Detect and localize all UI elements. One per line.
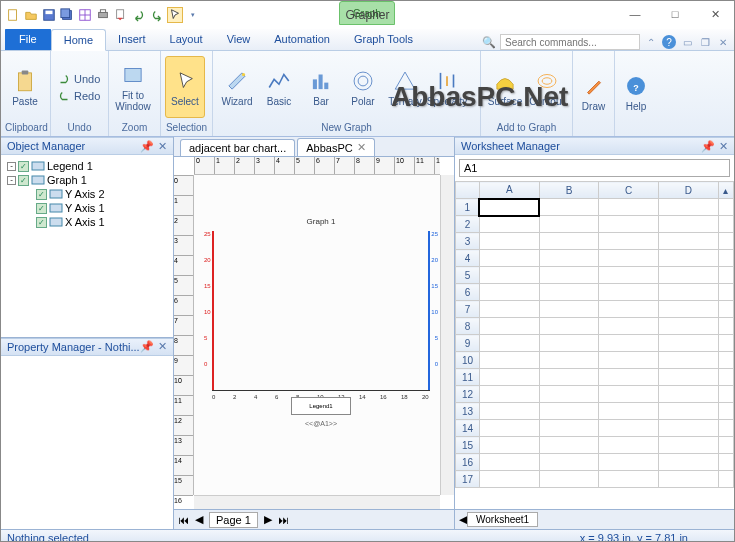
- wizard-button[interactable]: Wizard: [217, 56, 257, 118]
- fit-window-button[interactable]: Fit to Window: [113, 56, 153, 118]
- window-close-icon[interactable]: ✕: [716, 35, 730, 49]
- tree-item[interactable]: -Graph 1: [3, 173, 171, 187]
- tab-view[interactable]: View: [215, 28, 263, 50]
- tab-layout[interactable]: Layout: [158, 28, 215, 50]
- tree-item[interactable]: Y Axis 1: [3, 201, 171, 215]
- expand-icon[interactable]: ⌃: [644, 35, 658, 49]
- svg-rect-15: [313, 79, 317, 89]
- doc-tab-abbaspc[interactable]: AbbasPC✕: [297, 138, 374, 156]
- svg-rect-28: [32, 176, 44, 184]
- bar-button[interactable]: Bar: [301, 56, 341, 118]
- help-button[interactable]: ?Help: [619, 62, 653, 124]
- x-axis-label: <<@A1>>: [208, 420, 434, 427]
- pin-icon[interactable]: 📌: [140, 340, 154, 353]
- close-panel-icon[interactable]: ✕: [158, 340, 167, 353]
- page-nav-first-icon[interactable]: ⏮: [178, 514, 189, 526]
- tab-home[interactable]: Home: [51, 29, 106, 51]
- group-newgraph-label: New Graph: [217, 121, 476, 134]
- minimize-button[interactable]: —: [622, 5, 648, 23]
- pin-icon[interactable]: 📌: [701, 140, 715, 153]
- tab-graphtools[interactable]: Graph Tools: [342, 28, 425, 50]
- status-coords: x = 9.93 in, y = 7.81 in: [580, 532, 688, 543]
- svg-rect-12: [22, 70, 29, 74]
- surface-button[interactable]: Surface: [485, 56, 525, 118]
- ws-nav-prev-icon[interactable]: ◀: [459, 513, 467, 526]
- export-icon[interactable]: [113, 7, 129, 23]
- tree-item[interactable]: -Legend 1: [3, 159, 171, 173]
- file-tab[interactable]: File: [5, 28, 51, 50]
- qat-more-icon[interactable]: ▾: [185, 7, 201, 23]
- y-axis-2[interactable]: 2520151050: [426, 231, 430, 391]
- window-min-icon[interactable]: ▭: [680, 35, 694, 49]
- grid-icon[interactable]: [77, 7, 93, 23]
- left-column: Object Manager 📌✕ -Legend 1-Graph 1Y Axi…: [1, 137, 174, 529]
- close-panel-icon[interactable]: ✕: [158, 140, 167, 153]
- tab-automation[interactable]: Automation: [262, 28, 342, 50]
- group-zoom-label: Zoom: [113, 121, 156, 134]
- page-nav-prev-icon[interactable]: ◀: [195, 513, 203, 526]
- draw-button[interactable]: Draw: [577, 62, 610, 124]
- main-area: Object Manager 📌✕ -Legend 1-Graph 1Y Axi…: [1, 137, 734, 529]
- object-tree[interactable]: -Legend 1-Graph 1Y Axis 2Y Axis 1X Axis …: [1, 155, 173, 338]
- contour-button[interactable]: Contour: [527, 56, 567, 118]
- group-undo-label: Undo: [55, 121, 104, 134]
- y-axis-1[interactable]: 2520151050: [212, 231, 216, 391]
- tree-item[interactable]: X Axis 1: [3, 215, 171, 229]
- close-button[interactable]: ✕: [702, 5, 728, 23]
- page-nav-next-icon[interactable]: ▶: [264, 513, 272, 526]
- redo-button[interactable]: Redo: [55, 88, 102, 104]
- worksheet-grid[interactable]: ABCD▴1234567891011121314151617: [455, 181, 734, 509]
- group-addgraph-label: Add to Graph: [485, 121, 568, 134]
- pin-icon[interactable]: 📌: [140, 140, 154, 153]
- page-label[interactable]: Page 1: [209, 512, 258, 528]
- tree-item[interactable]: Y Axis 2: [3, 187, 171, 201]
- legend[interactable]: Legend1: [291, 397, 351, 415]
- svg-rect-9: [100, 10, 105, 13]
- redo-icon[interactable]: [149, 7, 165, 23]
- object-manager-header: Object Manager 📌✕: [1, 137, 173, 155]
- saveall-icon[interactable]: [59, 7, 75, 23]
- basic-button[interactable]: Basic: [259, 56, 299, 118]
- svg-point-23: [538, 74, 556, 87]
- close-panel-icon[interactable]: ✕: [719, 140, 728, 153]
- svg-point-19: [358, 76, 368, 86]
- property-manager-body: [1, 356, 173, 530]
- graph-plot[interactable]: Graph 1 2520151050 2520151050 0246810121…: [208, 231, 434, 421]
- paste-button[interactable]: Paste: [5, 56, 45, 118]
- scrollbar-horizontal[interactable]: [194, 495, 440, 509]
- svg-rect-16: [319, 74, 323, 89]
- window-restore-icon[interactable]: ❐: [698, 35, 712, 49]
- worksheet-manager-header: Worksheet Manager 📌✕: [455, 137, 734, 155]
- doc-tab-adjacent[interactable]: adjacent bar chart...: [180, 139, 295, 156]
- page-nav-last-icon[interactable]: ⏭: [278, 514, 289, 526]
- open-icon[interactable]: [23, 7, 39, 23]
- tab-insert[interactable]: Insert: [106, 28, 158, 50]
- scrollbar-vertical[interactable]: [440, 175, 454, 495]
- polar-button[interactable]: Polar: [343, 56, 383, 118]
- cursor-icon[interactable]: [167, 7, 183, 23]
- svg-rect-4: [61, 9, 70, 18]
- select-button[interactable]: Select: [165, 56, 205, 118]
- quick-access-toolbar: ▾: [1, 5, 205, 25]
- cell-reference[interactable]: A1: [459, 159, 730, 177]
- undo-button[interactable]: Undo: [55, 71, 102, 87]
- svg-rect-2: [46, 11, 53, 15]
- svg-rect-17: [324, 82, 328, 89]
- search-input[interactable]: [500, 34, 640, 50]
- x-axis[interactable]: 02468101214161820: [212, 390, 430, 391]
- undo-icon[interactable]: [131, 7, 147, 23]
- maximize-button[interactable]: □: [662, 5, 688, 23]
- app-title: Grapher: [345, 8, 389, 22]
- worksheet-tab[interactable]: Worksheet1: [467, 512, 538, 527]
- center-column: adjacent bar chart... AbbasPC✕ 012345678…: [174, 137, 454, 529]
- specialty-button[interactable]: Specialty: [427, 56, 467, 118]
- print-icon[interactable]: [95, 7, 111, 23]
- save-icon[interactable]: [41, 7, 57, 23]
- graph-canvas[interactable]: Graph 1 2520151050 2520151050 0246810121…: [194, 175, 440, 495]
- help-small-icon[interactable]: ?: [662, 35, 676, 49]
- close-tab-icon[interactable]: ✕: [357, 141, 366, 154]
- page-bar: ⏮ ◀ Page 1 ▶ ⏭: [174, 509, 454, 529]
- ternary-button[interactable]: Ternary: [385, 56, 425, 118]
- svg-text:?: ?: [633, 83, 638, 93]
- new-icon[interactable]: [5, 7, 21, 23]
